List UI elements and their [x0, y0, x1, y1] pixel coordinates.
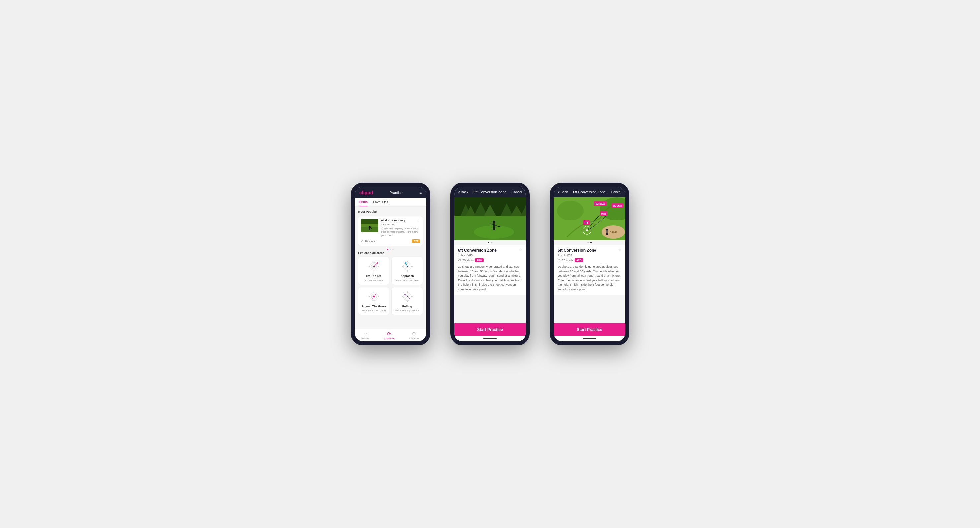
img-dot-2[interactable]: [491, 242, 492, 243]
svg-rect-84: [607, 233, 608, 235]
svg-point-38: [372, 298, 373, 299]
svg-point-27: [405, 262, 406, 264]
phone-2: < Back 6ft Conversion Zone Cancel: [450, 183, 530, 345]
img-dot-1[interactable]: [488, 242, 489, 243]
activities-label: Activities: [384, 337, 395, 340]
phones-container: clippd Practice ≡ Drills Favourites Most…: [351, 183, 629, 345]
drill-map: FAIRWAY ROUGH Miss Hit SAND: [554, 197, 625, 241]
tab-favourites[interactable]: Favourites: [373, 198, 388, 206]
svg-text:SAND: SAND: [610, 231, 617, 234]
phone2-header-title: 6ft Conversion Zone: [473, 190, 506, 194]
dot-2[interactable]: [390, 249, 391, 250]
svg-rect-63: [493, 228, 494, 230]
approach-icon: [399, 260, 416, 273]
tabs-bar: Drills Favourites: [355, 198, 426, 207]
favourite-star-icon[interactable]: ☆: [417, 219, 420, 222]
drill-card-desc: Create an imaginary fairway using trees …: [381, 227, 420, 238]
svg-rect-64: [494, 228, 495, 230]
drill-title-3: 6ft Conversion Zone: [558, 248, 596, 253]
phone-1: clippd Practice ≡ Drills Favourites Most…: [351, 183, 430, 345]
phone3-header: < Back 6ft Conversion Zone Cancel: [554, 187, 625, 197]
atg-icon: [366, 290, 382, 303]
skill-card-approach[interactable]: Approach Dial-in to hit the green: [391, 257, 423, 285]
drill-shots-2: ⏱ 20 shots ARG: [458, 258, 522, 262]
shots-info: ⏱ 10 shots: [361, 240, 375, 243]
clock-icon-2: ⏱: [458, 259, 461, 262]
phone2-header: < Back 6ft Conversion Zone Cancel: [454, 187, 526, 197]
svg-text:Hit: Hit: [585, 222, 588, 224]
svg-rect-1: [361, 219, 378, 224]
dot-1[interactable]: [387, 249, 388, 250]
activities-icon: ⟳: [387, 331, 391, 337]
skill-desc-approach: Dial-in to hit the green: [395, 279, 419, 282]
ott-tag: OTT: [412, 239, 420, 243]
svg-point-37: [375, 294, 376, 295]
explore-label: Explore skill areas: [358, 251, 423, 255]
drill-title-2: 6ft Conversion Zone: [458, 248, 496, 253]
nav-home[interactable]: ⌂ Home: [362, 331, 369, 340]
nav-activities[interactable]: ⟳ Activities: [384, 331, 395, 340]
svg-rect-67: [498, 226, 500, 227]
tab-drills[interactable]: Drills: [359, 198, 368, 206]
svg-point-81: [606, 229, 608, 231]
home-icon: ⌂: [364, 331, 367, 337]
drill-star-2[interactable]: ☆: [519, 248, 522, 252]
home-label: Home: [362, 337, 369, 340]
svg-text:FAIRWAY: FAIRWAY: [595, 203, 605, 205]
drill-yards-2: 10-50 yds: [458, 254, 496, 257]
img-dot-3-1[interactable]: [587, 242, 589, 243]
capture-label: Capture: [409, 337, 419, 340]
phone3-header-title: 6ft Conversion Zone: [573, 190, 606, 194]
dot-3[interactable]: [393, 249, 394, 250]
skill-desc-atg: Hone your short game: [361, 309, 386, 312]
golf-scene-svg: [454, 197, 526, 241]
bottom-nav: ⌂ Home ⟳ Activities ⊕ Capture: [355, 329, 426, 341]
arg-tag-3: ARG: [574, 258, 583, 262]
clock-icon-3: ⏱: [558, 259, 561, 262]
app-logo: clippd: [359, 190, 373, 195]
start-practice-button-3[interactable]: Start Practice: [554, 324, 625, 336]
img-dot-3-2[interactable]: [590, 242, 592, 243]
svg-rect-62: [493, 223, 495, 228]
svg-rect-82: [607, 231, 608, 233]
skill-desc-ott: Power accuracy: [365, 279, 382, 282]
drill-detail-2: 6ft Conversion Zone 10-50 yds ☆ ⏱ 20 sho…: [454, 245, 526, 295]
drill-detail-3: 6ft Conversion Zone 10-50 yds ☆ ⏱ 20 sho…: [554, 245, 625, 295]
carousel-dots: [358, 249, 423, 250]
svg-rect-5: [369, 229, 370, 230]
image-dots-3: [554, 241, 625, 245]
cancel-button-3[interactable]: Cancel: [611, 190, 621, 194]
nav-capture[interactable]: ⊕ Capture: [409, 331, 419, 340]
drill-thumbnail: [361, 219, 378, 232]
arg-tag-2: ARG: [475, 258, 484, 262]
cancel-button[interactable]: Cancel: [512, 190, 522, 194]
drill-card-info: Find The Fairway Off The Tee ☆ Create an…: [381, 219, 420, 238]
practice-title: Practice: [390, 191, 403, 195]
back-button[interactable]: < Back: [458, 190, 468, 194]
clock-icon: ⏱: [361, 240, 364, 243]
skill-grid: Off The Tee Power accuracy: [358, 257, 423, 315]
drill-card-footer: ⏱ 10 shots OTT: [361, 239, 420, 243]
svg-point-61: [493, 221, 495, 223]
skill-card-atg[interactable]: Around The Green Hone your short game: [358, 287, 390, 315]
skill-name-approach: Approach: [401, 274, 414, 278]
featured-drill-card[interactable]: Find The Fairway Off The Tee ☆ Create an…: [358, 216, 423, 246]
capture-icon: ⊕: [412, 331, 416, 337]
phone1-header: clippd Practice ≡: [355, 187, 426, 198]
drill-star-3[interactable]: ☆: [618, 248, 621, 252]
phone1-content: Most Popular: [355, 207, 426, 329]
skill-name-putting: Putting: [402, 305, 412, 308]
skill-card-off-tee[interactable]: Off The Tee Power accuracy: [358, 257, 390, 285]
off-tee-icon: [366, 260, 382, 273]
back-button-3[interactable]: < Back: [558, 190, 568, 194]
menu-icon[interactable]: ≡: [419, 190, 422, 195]
skill-card-putting[interactable]: Putting Make and lag practice: [391, 287, 423, 315]
svg-rect-4: [369, 229, 369, 230]
drill-card-subtitle: Off The Tee: [381, 223, 406, 226]
svg-text:Miss: Miss: [601, 212, 606, 215]
putting-icon: [399, 290, 416, 303]
drill-desc-3: 20 shots are randomly generated at dista…: [558, 265, 621, 292]
svg-text:ROUGH: ROUGH: [613, 204, 622, 207]
start-practice-button-2[interactable]: Start Practice: [454, 324, 526, 336]
map-svg: FAIRWAY ROUGH Miss Hit SAND: [554, 197, 625, 241]
